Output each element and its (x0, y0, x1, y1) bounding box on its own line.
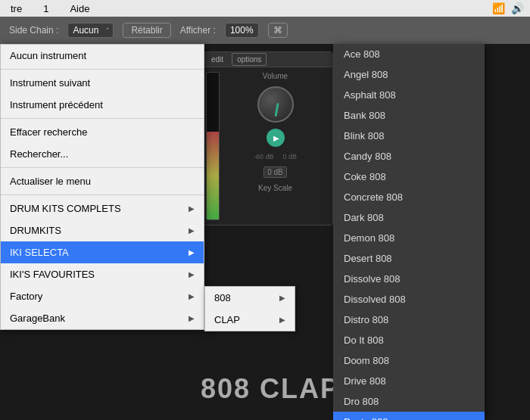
plugin-panel: edit options Volume -60 dB 0 dB (201, 51, 333, 226)
drumkits-arrow: ▶ (189, 226, 195, 235)
volume-label: Volume (263, 72, 288, 80)
right-menu-item[interactable]: Bank 808 (333, 105, 485, 126)
garageband-label: GarageBank (10, 313, 65, 324)
menu-item-precedent[interactable]: Instrument précédent (1, 94, 204, 116)
iki-selecta-arrow: ▶ (189, 248, 195, 257)
content-area: edit options Volume -60 dB 0 dB (0, 44, 530, 420)
iki-selecta-label: IKI SELECTA (10, 247, 69, 258)
menu-item-iki-favourites[interactable]: IKI'S FAVOURITES ▶ (1, 263, 204, 285)
separator-1 (1, 69, 204, 70)
right-menu-item[interactable]: Dissolved 808 (333, 289, 485, 310)
drum-complets-arrow: ▶ (189, 204, 195, 213)
level-fill (207, 132, 219, 219)
iki-favourites-label: IKI'S FAVOURITES (10, 269, 95, 280)
plugin-controls: Volume -60 dB 0 dB 0 dB Key Scale (223, 72, 328, 220)
menu-item-factory[interactable]: Factory ▶ (1, 285, 204, 307)
menu-item-suivant-label: Instrument suivant (10, 77, 90, 89)
wifi-icon: 📶 (492, 2, 505, 14)
right-menu-item[interactable]: Concrete 808 (333, 187, 485, 207)
key-scale: Key Scale (258, 184, 292, 192)
right-menu-item[interactable]: Dro 808 (333, 391, 485, 412)
speaker-icon: 🔊 (511, 2, 524, 14)
menu-item-drumkits[interactable]: DRUMKITS ▶ (1, 219, 204, 241)
plugin-body: Volume -60 dB 0 dB 0 dB Key Scale (201, 67, 332, 225)
afficher-label: Afficher : (180, 25, 216, 36)
submenu-808-label: 808 (214, 292, 231, 303)
tab-edit[interactable]: edit (206, 53, 229, 66)
separator-2 (1, 118, 204, 119)
db-value: 0 dB (263, 166, 287, 178)
menu-item-actualiser-label: Actualiser le menu (10, 176, 91, 187)
link-button[interactable]: ⌘ (268, 23, 288, 38)
submenu-clap-label: CLAP (214, 314, 240, 325)
db-labels: -60 dB 0 dB (254, 153, 297, 160)
sidechain-label: Side Chain : (9, 25, 58, 36)
menu-item-actualiser[interactable]: Actualiser le menu (1, 170, 204, 192)
db-min: -60 dB (254, 153, 274, 160)
afficher-value: 100% (225, 23, 259, 38)
right-menu-item[interactable]: Dissolve 808 (333, 269, 485, 289)
sidechain-select[interactable]: Aucun (67, 23, 114, 38)
right-menu-item[interactable]: Ace 808 (333, 44, 485, 64)
key-scale-label: Key Scale (258, 184, 292, 192)
menu-bar-aide[interactable]: Aide (65, 2, 94, 16)
right-instrument-menu[interactable]: Ace 808Angel 808Asphalt 808Bank 808Blink… (333, 44, 485, 420)
drumkits-label: DRUMKITS (10, 225, 61, 236)
menu-bar-right: 📶 🔊 (492, 2, 524, 14)
menu-item-aucun-label: Aucun instrument (10, 50, 86, 61)
menu-item-suivant[interactable]: Instrument suivant (1, 72, 204, 94)
right-menu-item[interactable]: Dusty 808 (333, 412, 485, 420)
submenu-item-808[interactable]: 808 ▶ (205, 287, 295, 309)
plugin-header: edit options (201, 52, 332, 67)
right-menu-item[interactable]: Dark 808 (333, 207, 485, 228)
right-menu-item[interactable]: Distro 808 (333, 310, 485, 330)
left-menu: Aucun instrument Instrument suivant Inst… (0, 44, 204, 330)
play-button[interactable] (267, 129, 285, 147)
iki-favourites-arrow: ▶ (189, 270, 195, 278)
level-meter (206, 72, 220, 220)
right-menu-item[interactable]: Drive 808 (333, 371, 485, 391)
top-bar: Side Chain : Aucun Rétablir Afficher : 1… (0, 17, 530, 44)
big-label: 808 CLAP (201, 373, 340, 405)
retablir-button[interactable]: Rétablir (123, 23, 170, 38)
menu-item-rechercher[interactable]: Rechercher... (1, 143, 204, 165)
menu-item-rechercher-label: Rechercher... (10, 148, 68, 160)
menu-item-garageband[interactable]: GarageBank ▶ (1, 307, 204, 329)
garageband-arrow: ▶ (189, 314, 195, 322)
factory-label: Factory (10, 291, 42, 302)
menu-item-effacer[interactable]: Effacer recherche (1, 121, 204, 143)
right-menu-item[interactable]: Angel 808 (333, 64, 485, 85)
submenu-808-clap: 808 ▶ CLAP ▶ (204, 286, 295, 331)
volume-knob[interactable] (257, 86, 294, 123)
right-menu-item[interactable]: Demon 808 (333, 228, 485, 248)
menu-bar-1[interactable]: 1 (39, 2, 53, 16)
right-menu-item[interactable]: Asphalt 808 (333, 85, 485, 105)
plugin-window: Side Chain : Aucun Rétablir Afficher : 1… (0, 17, 530, 420)
menu-item-precedent-label: Instrument précédent (10, 99, 103, 110)
menu-item-effacer-label: Effacer recherche (10, 126, 87, 138)
drum-complets-label: DRUM KITS COMPLETS (10, 203, 121, 214)
menu-bar-tre[interactable]: tre (6, 2, 26, 16)
menu-item-aucun[interactable]: Aucun instrument (1, 45, 204, 67)
submenu-clap-arrow: ▶ (279, 316, 285, 324)
menu-bar: tre 1 Aide 📶 🔊 (0, 0, 530, 17)
menu-item-iki-selecta[interactable]: IKI SELECTA ▶ (1, 241, 204, 263)
right-menu-item[interactable]: Doom 808 (333, 350, 485, 371)
db-max: 0 dB (283, 153, 298, 160)
menu-item-drum-complets[interactable]: DRUM KITS COMPLETS ▶ (1, 198, 204, 219)
factory-arrow: ▶ (189, 292, 195, 300)
right-menu-item[interactable]: Blink 808 (333, 126, 485, 146)
submenu-808-arrow: ▶ (279, 294, 285, 302)
separator-4 (1, 194, 204, 195)
right-menu-item[interactable]: Do It 808 (333, 330, 485, 350)
sidechain-wrapper: Aucun (67, 23, 114, 38)
right-menu-item[interactable]: Candy 808 (333, 146, 485, 166)
right-menu-item[interactable]: Desert 808 (333, 248, 485, 269)
tab-options[interactable]: options (232, 53, 267, 66)
right-menu-item[interactable]: Coke 808 (333, 166, 485, 187)
submenu-item-clap[interactable]: CLAP ▶ (205, 309, 295, 331)
separator-3 (1, 167, 204, 168)
